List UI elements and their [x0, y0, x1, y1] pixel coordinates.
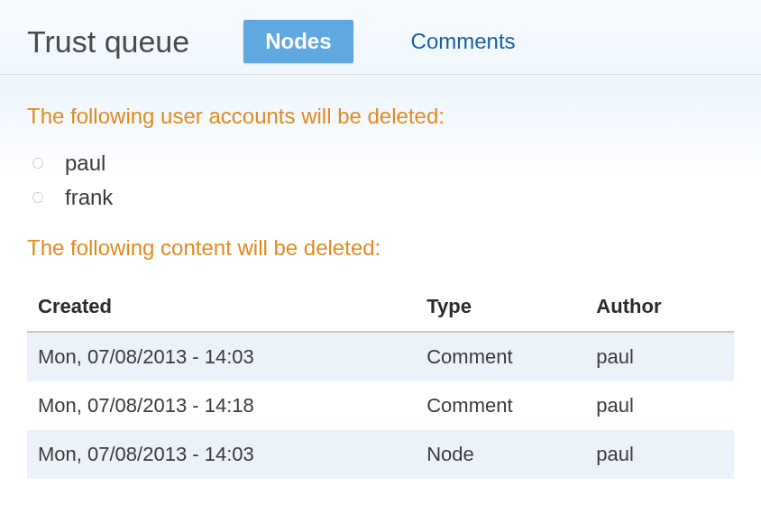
bullet-icon — [32, 158, 43, 169]
cell-created: Mon, 07/08/2013 - 14:03 — [27, 332, 416, 381]
col-header-author: Author — [585, 282, 734, 332]
cell-author: paul — [585, 381, 734, 430]
cell-author: paul — [585, 430, 734, 479]
cell-type: Node — [416, 430, 585, 479]
user-name: paul — [65, 151, 105, 176]
table-row: Mon, 07/08/2013 - 14:03 Node paul — [27, 430, 734, 479]
cell-created: Mon, 07/08/2013 - 14:18 — [27, 381, 416, 430]
content-delete-heading: The following content will be deleted: — [27, 235, 734, 261]
page: Trust queue Nodes Comments The following… — [0, 0, 761, 532]
tabs: Nodes Comments — [243, 20, 536, 63]
page-header: Trust queue Nodes Comments — [0, 0, 761, 75]
cell-author: paul — [585, 332, 734, 381]
content-area: The following user accounts will be dele… — [0, 75, 761, 479]
page-title: Trust queue — [27, 24, 243, 60]
tab-comments[interactable]: Comments — [390, 20, 537, 63]
table-row: Mon, 07/08/2013 - 14:03 Comment paul — [27, 332, 734, 381]
tab-nodes[interactable]: Nodes — [243, 20, 353, 63]
table-header-row: Created Type Author — [27, 282, 734, 332]
content-table: Created Type Author Mon, 07/08/2013 - 14… — [27, 282, 734, 479]
bullet-icon — [32, 192, 43, 203]
user-name: frank — [65, 185, 113, 210]
cell-type: Comment — [416, 332, 585, 381]
col-header-created: Created — [27, 282, 416, 332]
table-row: Mon, 07/08/2013 - 14:18 Comment paul — [27, 381, 734, 430]
users-list: paul frank — [27, 151, 734, 210]
users-delete-heading: The following user accounts will be dele… — [27, 104, 734, 129]
list-item: frank — [32, 185, 734, 210]
list-item: paul — [32, 151, 734, 176]
cell-created: Mon, 07/08/2013 - 14:03 — [27, 430, 416, 479]
cell-type: Comment — [416, 381, 585, 430]
col-header-type: Type — [416, 282, 585, 332]
